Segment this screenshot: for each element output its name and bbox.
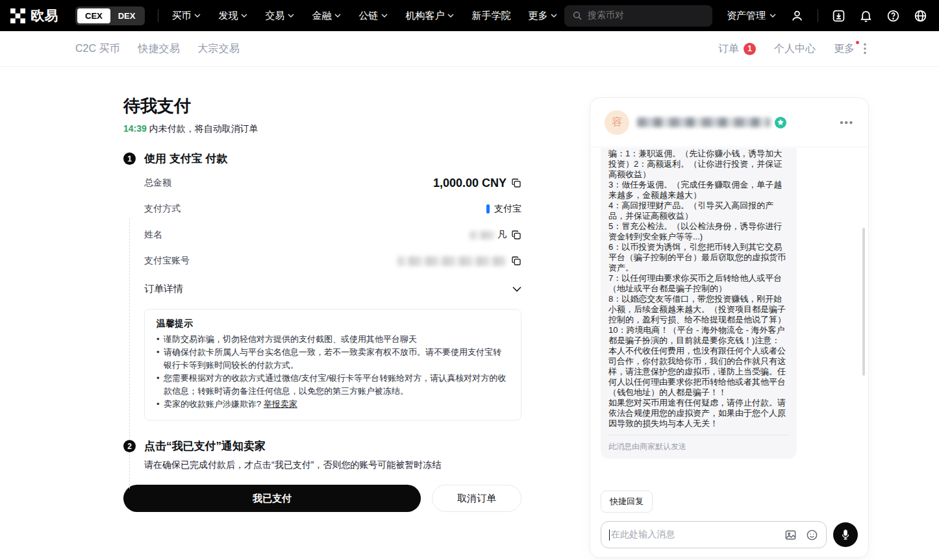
chevron-down-icon (512, 286, 521, 292)
payment-method-row: 支付方式 支付宝 (144, 196, 521, 222)
menu-more[interactable]: 更多 (528, 10, 557, 22)
okx-c2c-order-page: 欧易 CEX DEX 买币 发现 交易 金融 公链 机构客户 新手学院 更多 搜… (0, 0, 939, 560)
nav-divider (158, 9, 158, 22)
message-footer-note: 此消息由商家默认发送 (608, 435, 789, 452)
total-amount-label: 总金额 (144, 177, 171, 189)
chevron-down-icon (381, 14, 388, 18)
merchant-info[interactable] (637, 117, 786, 128)
toggle-cex[interactable]: CEX (77, 8, 110, 23)
chat-scrollbar[interactable] (862, 228, 865, 376)
step-1-header: 1 使用 支付宝 付款 (123, 151, 521, 166)
chat-panel: 容 ••• 骗：1：兼职返佣。（先让你赚小钱，诱导加大投资）2：高额返利。（让你… (590, 97, 869, 558)
download-app-icon[interactable] (832, 9, 845, 23)
chat-header: 容 ••• (590, 98, 868, 147)
orders-link[interactable]: 订单 1 (718, 42, 756, 56)
attach-image-icon[interactable] (784, 529, 797, 541)
menu-buy-crypto[interactable]: 买币 (171, 10, 201, 22)
nav-icon-group (790, 9, 927, 23)
subnav-left: C2C 买币 快捷交易 大宗交易 (75, 42, 239, 56)
copy-account-icon[interactable] (511, 256, 521, 266)
sub-navbar: C2C 买币 快捷交易 大宗交易 订单 1 个人中心 更多 (0, 31, 939, 67)
paid-button[interactable]: 我已支付 (123, 485, 421, 512)
orders-count-badge: 1 (744, 43, 756, 55)
menu-institutional[interactable]: 机构客户 (405, 10, 454, 22)
copy-amount-icon[interactable] (511, 178, 521, 188)
tips-title: 温馨提示 (156, 318, 509, 330)
cancel-order-button[interactable]: 取消订单 (432, 485, 521, 512)
merchant-message-text: 骗：1：兼职返佣。（先让你赚小钱，诱导加大投资）2：高额返利。（让你进行投资，并… (608, 149, 789, 429)
message-input[interactable]: 在此处输入消息 (601, 521, 827, 548)
chat-messages[interactable]: 骗：1：兼职返佣。（先让你赚小钱，诱导加大投资）2：高额返利。（让你进行投资，并… (601, 148, 797, 489)
tips-box: 温馨提示 谨防交易诈骗，切勿轻信对方提供的支付截图、或使用其他平台聊天 请确保付… (144, 309, 521, 420)
payment-method-value: 支付宝 (494, 203, 521, 215)
chevron-down-icon (288, 14, 294, 18)
nav-divider (818, 9, 818, 22)
tab-express-trade[interactable]: 快捷交易 (138, 42, 179, 56)
search-icon (572, 10, 582, 21)
payee-name-visible-char: 凡 (497, 229, 507, 241)
language-globe-icon[interactable] (914, 9, 927, 23)
report-seller-link[interactable]: 举报卖家 (264, 399, 297, 409)
step-2-description: 请在确保已完成付款后，才点击“我已支付”，否则您的账号可能被暂时冻结 (144, 459, 521, 471)
toggle-dex[interactable]: DEX (110, 8, 144, 23)
menu-trade[interactable]: 交易 (265, 10, 294, 22)
brand-name: 欧易 (31, 6, 58, 25)
tips-item: 谨防交易诈骗，切勿轻信对方提供的支付截图、或使用其他平台聊天 (156, 333, 509, 346)
help-icon[interactable] (886, 9, 900, 23)
alipay-icon (486, 204, 490, 213)
text-cursor (609, 530, 610, 541)
total-amount-value: 1,000.00 CNY (433, 177, 507, 190)
chat-footer: 快捷回复 在此处输入消息 (601, 491, 858, 548)
profile-icon[interactable] (790, 9, 804, 23)
alipay-account-label: 支付宝账号 (144, 255, 190, 267)
step-2-header: 2 点击“我已支付”通知卖家 (123, 439, 521, 454)
order-details-toggle[interactable]: 订单详情 (144, 274, 521, 304)
input-icons (784, 529, 818, 541)
assets-dropdown[interactable]: 资产管理 (727, 10, 776, 22)
chevron-down-icon (770, 14, 776, 18)
payee-name-row: 姓名 凡 (144, 222, 521, 248)
total-amount-row: 总金额 1,000.00 CNY (144, 170, 521, 196)
menu-discover[interactable]: 发现 (218, 10, 247, 22)
menu-chain[interactable]: 公链 (358, 10, 388, 22)
voice-message-button[interactable] (833, 522, 858, 547)
quick-reply-button[interactable]: 快捷回复 (601, 491, 653, 513)
menu-finance[interactable]: 金融 (312, 10, 341, 22)
more-link[interactable]: 更多 (834, 42, 855, 56)
tab-block-trade[interactable]: 大宗交易 (197, 42, 239, 56)
verified-badge-icon (775, 117, 786, 128)
message-placeholder: 在此处输入消息 (611, 529, 784, 541)
payee-name-redacted (470, 231, 495, 239)
subnav-right: 订单 1 个人中心 更多 (718, 42, 866, 56)
order-payment-section: 待我支付 14:39 内未付款，将自动取消订单 1 使用 支付宝 付款 总金额 … (123, 95, 521, 512)
emoji-icon[interactable] (806, 529, 818, 541)
notification-dot (856, 41, 859, 44)
okx-logo[interactable]: 欧易 (10, 6, 58, 25)
payee-name-label: 姓名 (144, 229, 162, 241)
kebab-menu-icon[interactable] (864, 43, 866, 55)
chat-menu-button[interactable]: ••• (840, 117, 854, 128)
payment-method-label: 支付方式 (144, 203, 181, 215)
tips-item: 请确保付款卡所属人与平台实名信息一致，若不一致卖家有权不放币。请不要使用支付宝转… (156, 346, 509, 372)
merchant-avatar[interactable]: 容 (605, 110, 629, 135)
merchant-name-redacted (637, 117, 770, 127)
profile-center-link[interactable]: 个人中心 (774, 42, 816, 56)
search-placeholder: 搜索币对 (588, 10, 624, 21)
top-navbar: 欧易 CEX DEX 买币 发现 交易 金融 公链 机构客户 新手学院 更多 搜… (0, 0, 939, 31)
cex-dex-toggle: CEX DEX (75, 6, 145, 25)
tab-c2c-buy[interactable]: C2C 买币 (75, 42, 119, 56)
chevron-down-icon (194, 14, 201, 18)
menu-academy[interactable]: 新手学院 (471, 10, 510, 22)
chevron-down-icon (551, 14, 557, 18)
copy-name-icon[interactable] (511, 230, 521, 240)
payment-details: 总金额 1,000.00 CNY 支付方式 支付宝 姓名 凡 (144, 170, 521, 274)
step-2-title: 点击“我已支付”通知卖家 (144, 439, 266, 454)
page-title: 待我支付 (123, 95, 521, 117)
search-input[interactable]: 搜索币对 (564, 5, 712, 27)
tips-item-report: 卖家的收款账户涉嫌欺诈? 举报卖家 (156, 398, 509, 411)
notifications-bell-icon[interactable] (859, 9, 873, 23)
chevron-down-icon (241, 14, 247, 18)
chevron-down-icon (447, 14, 454, 18)
okx-logo-icon (10, 8, 25, 23)
merchant-message-bubble: 骗：1：兼职返佣。（先让你赚小钱，诱导加大投资）2：高额返利。（让你进行投资，并… (601, 148, 797, 459)
